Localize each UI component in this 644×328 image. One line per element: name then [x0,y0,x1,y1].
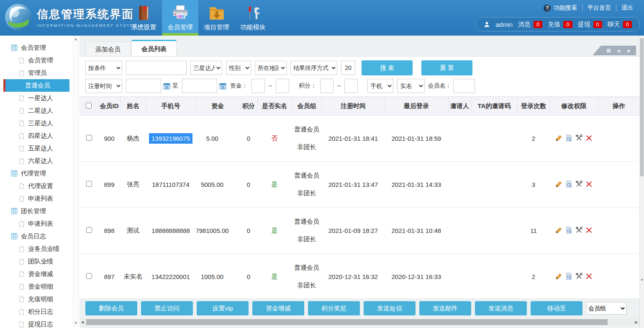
quick-link-function-search[interactable]: 功能搜索 [548,4,582,12]
edit-pencil-icon[interactable] [555,181,562,188]
date-to-input[interactable] [182,79,217,93]
funds-adjust-button[interactable]: 资金增减 [252,301,304,315]
search-button[interactable]: 搜 索 [362,60,413,75]
send-email-button[interactable]: 发送邮件 [419,301,471,315]
nav-item-project-management[interactable]: 项目管理 [198,0,235,36]
member-group-select[interactable]: 会员组 [586,302,626,315]
phone-select[interactable]: 手机 [367,79,393,93]
funds-max-input[interactable] [276,79,289,93]
scroll-left-icon[interactable]: ◀ [80,319,85,325]
sidebar-item-six-star[interactable]: 六星达人 [0,155,80,167]
permissions-tools-icon[interactable] [575,227,582,234]
gender-select[interactable]: 性别 [226,61,251,75]
edit-pencil-icon[interactable] [555,273,562,280]
permissions-tools-icon[interactable] [575,273,582,280]
delete-x-icon[interactable] [585,273,593,280]
username[interactable]: admin [495,21,513,28]
sidebar-item-funds-detail[interactable]: 资金明细 [0,280,80,293]
member-name-input[interactable] [453,79,475,93]
points-min-input[interactable] [320,79,334,93]
permissions-tools-icon[interactable] [575,134,582,142]
quick-link-platform-home[interactable]: 平台首页 [582,4,616,12]
sidebar-item-agent-settings[interactable]: 代理设置 [0,180,80,192]
scroll-up-icon[interactable]: ▲ [73,37,78,41]
sidebar-item-regular-members[interactable]: 普通会员 [3,79,69,92]
sidebar-item-four-star[interactable]: 四星达人 [0,129,80,142]
delete-x-icon[interactable] [585,227,593,234]
row-checkbox[interactable] [86,273,92,279]
sidebar-item-leader-applications[interactable]: 申请列表 [0,217,80,230]
points-max-input[interactable] [344,79,358,93]
nav-item-member-management[interactable]: 会员管理 [162,0,198,36]
page-size-input[interactable] [341,61,355,75]
row-checkbox[interactable] [86,181,92,187]
view-details-icon[interactable] [565,227,572,234]
calendar-icon[interactable] [163,83,170,90]
sidebar-item-administrators[interactable]: 管理员 [0,67,80,79]
delete-members-button[interactable]: 删除会员 [85,301,137,315]
row-checkbox[interactable] [86,135,92,141]
counter-messages[interactable]: 消息 0 [518,21,542,28]
nav-item-system-settings[interactable]: 系统设置 [126,0,162,36]
sidebar-item-one-star[interactable]: 一星达人 [0,92,80,104]
sidebar-item-points-log[interactable]: 积分日志 [0,305,80,318]
window-icon[interactable] [606,48,611,53]
sidebar-item-agent-applications[interactable]: 申请列表 [0,192,80,205]
sidebar-group-member-management[interactable]: 会员管理 [0,41,80,54]
set-vip-button[interactable]: 设置vip [197,301,249,315]
sidebar-item-funds-adjust[interactable]: 资金增减 [0,268,80,280]
keyword-input[interactable] [126,61,187,75]
sidebar-group-leader-management[interactable]: 团长管理 [0,205,80,217]
sidebar-item-two-star[interactable]: 二星达人 [0,104,80,117]
edit-pencil-icon[interactable] [555,227,562,234]
time-type-select[interactable]: 注册时间 [85,79,122,93]
region-select[interactable]: 所在地区 [255,61,287,75]
sidebar-item-three-star[interactable]: 三星达人 [0,117,80,129]
quick-link-logout[interactable]: 退出 [616,4,638,12]
scroll-down-icon[interactable]: ▼ [640,278,644,282]
select-all-checkbox[interactable] [86,103,92,108]
level-select[interactable]: 三星达人 [190,61,222,75]
nav-item-function-modules[interactable]: 功能模块 [235,0,271,36]
scroll-down-icon[interactable]: ▼ [73,321,78,325]
row-checkbox[interactable] [86,227,92,233]
view-details-icon[interactable] [565,134,572,142]
double-arrow-left-icon[interactable]: « [617,48,621,54]
sidebar-scrollbar[interactable]: ▲ ▼ [73,36,79,326]
realname-select[interactable]: 实名 [397,79,425,93]
view-details-icon[interactable] [565,181,572,188]
sidebar-item-member-management[interactable]: 会员管理 [0,54,80,67]
sidebar-item-salesman-performance[interactable]: 业务员业绩 [0,243,80,255]
horizontal-scroll-thumb[interactable] [86,319,608,325]
page-scrollbar[interactable]: ▼ [639,36,644,328]
double-arrow-right-icon[interactable]: » [627,48,630,54]
send-message-button[interactable]: 发送消息 [475,301,527,315]
scroll-right-icon[interactable]: ▶ [634,319,639,325]
calendar-icon[interactable] [219,83,226,90]
sidebar-group-agent-management[interactable]: 代理管理 [0,167,80,180]
view-details-icon[interactable] [565,273,572,280]
counter-recharge[interactable]: 充值 0 [548,21,572,28]
points-reward-button[interactable]: 积分奖惩 [308,301,360,315]
sidebar-group-member-logs[interactable]: 会员日志 [0,230,80,243]
ban-access-button[interactable]: 禁止访问 [141,301,193,315]
send-sms-button[interactable]: 发送短信 [364,301,416,315]
sidebar-item-recharge-detail[interactable]: 充值明细 [0,293,80,305]
tab-add-member[interactable]: 添加会员 [85,41,131,56]
sidebar-item-five-star[interactable]: 五星达人 [0,142,80,155]
tab-member-list[interactable]: 会员列表 [131,40,177,56]
move-to-button[interactable]: 移动至 [531,301,582,315]
vertical-scroll-thumb[interactable] [640,38,644,176]
counter-withdraw[interactable]: 提现 0 [578,21,602,28]
delete-x-icon[interactable] [585,181,593,188]
delete-x-icon[interactable] [585,134,593,142]
counter-chat[interactable]: 聊天 0 [608,21,632,28]
date-from-input[interactable] [126,79,161,93]
sidebar-item-team-performance[interactable]: 团队业绩 [0,255,80,268]
condition-select[interactable]: 按条件 [85,61,122,75]
sort-select[interactable]: 结果排序方式 [290,61,337,75]
edit-pencil-icon[interactable] [555,134,562,142]
reset-button[interactable]: 重 置 [421,60,472,75]
horizontal-scrollbar[interactable]: ◀ ▶ [80,319,639,325]
funds-min-input[interactable] [251,79,265,93]
